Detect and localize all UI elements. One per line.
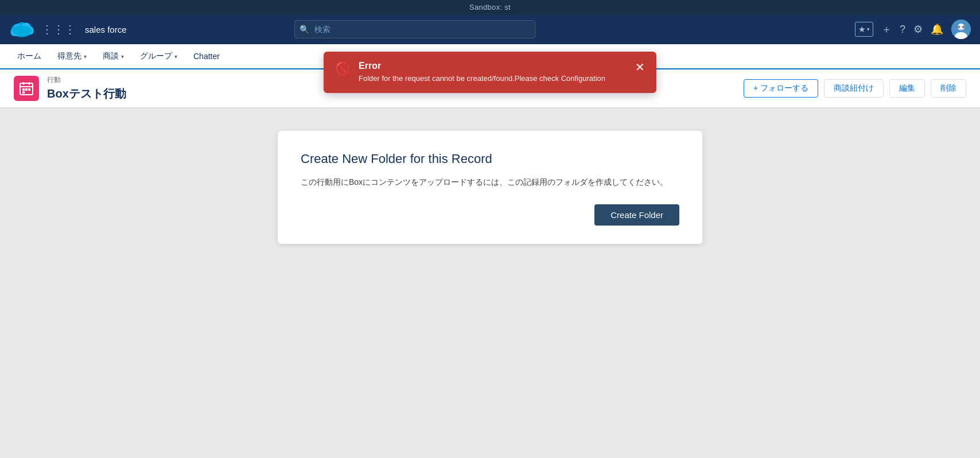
page-title: Boxテスト行動 [47,86,126,102]
salesforce-logo [9,17,34,42]
help-button[interactable]: ? [900,24,905,36]
nav-item-shodan[interactable]: 商談 ▾ [95,44,132,69]
nav-item-home[interactable]: ホーム [9,44,49,69]
record-info: 行動 Boxテスト行動 [47,75,126,102]
search-input[interactable] [294,20,535,38]
main-content: Create New Folder for this Record この行動用に… [0,108,980,458]
svg-point-4 [12,25,31,36]
card-title: Create New Folder for this Record [301,152,679,166]
svg-rect-15 [25,88,28,91]
svg-rect-17 [22,91,25,94]
avatar[interactable] [951,20,971,39]
link-deal-button[interactable]: 商談紐付け [824,79,884,98]
error-toast-body: Error Folder for the request cannot be c… [359,61,627,84]
create-folder-card: Create New Folder for this Record この行動用に… [278,131,702,244]
record-header-left: 行動 Boxテスト行動 [14,75,126,102]
star-icon: ★ [858,25,866,34]
plus-icon: ＋ [881,22,892,36]
error-toast-close-button[interactable]: ✕ [635,61,645,73]
calendar-icon [19,81,34,96]
error-toast: 🚫 Error Folder for the request cannot be… [324,52,656,93]
top-banner-text: Sandbox: st [469,3,511,11]
notifications-button[interactable]: 🔔 [931,23,943,36]
search-container: 🔍 [294,20,535,38]
record-icon [14,76,39,101]
follow-label: + フォローする [753,83,808,94]
add-button[interactable]: ＋ [881,22,892,36]
error-toast-message: Folder for the request cannot be created… [359,73,627,84]
card-actions: Create Folder [301,204,679,226]
follow-button[interactable]: + フォローする [744,79,818,98]
chevron-down-icon: ▾ [867,26,870,32]
breadcrumb: 行動 [47,75,126,85]
chevron-down-icon: ▾ [121,53,124,60]
settings-button[interactable]: ⚙ [913,23,923,36]
chevron-down-icon: ▾ [174,53,177,60]
search-icon: 🔍 [300,25,309,34]
favorite-button[interactable]: ★ ▾ [855,22,873,37]
chevron-down-icon: ▾ [84,53,87,60]
delete-button[interactable]: 削除 [931,79,966,98]
top-banner: Sandbox: st [0,0,980,14]
gear-icon: ⚙ [913,23,923,36]
nav-item-group[interactable]: グループ ▾ [132,44,185,69]
app-name: sales force [85,25,127,34]
record-header-actions: + フォローする 商談紐付け 編集 削除 [744,79,966,98]
header: ⋮⋮⋮ sales force 🔍 ★ ▾ ＋ ? ⚙ 🔔 [0,14,980,44]
svg-point-9 [962,26,965,29]
card-description: この行動用にBoxにコンテンツをアップロードするには、この記録用のフォルダを作成… [301,176,679,188]
nav-item-chatter[interactable]: Chatter [185,44,228,69]
error-toast-title: Error [359,61,627,71]
grid-icon[interactable]: ⋮⋮⋮ [41,22,76,36]
bell-icon: 🔔 [931,23,943,36]
edit-button[interactable]: 編集 [889,79,925,98]
nav-item-tokisaki[interactable]: 得意先 ▾ [49,44,95,69]
svg-rect-16 [28,88,30,91]
create-folder-button[interactable]: Create Folder [594,204,679,226]
svg-rect-14 [22,88,25,91]
close-icon: ✕ [635,61,645,73]
svg-point-8 [957,26,960,29]
header-actions: ★ ▾ ＋ ? ⚙ 🔔 [855,20,971,39]
help-icon: ? [900,24,905,36]
error-icon: 🚫 [335,61,351,76]
